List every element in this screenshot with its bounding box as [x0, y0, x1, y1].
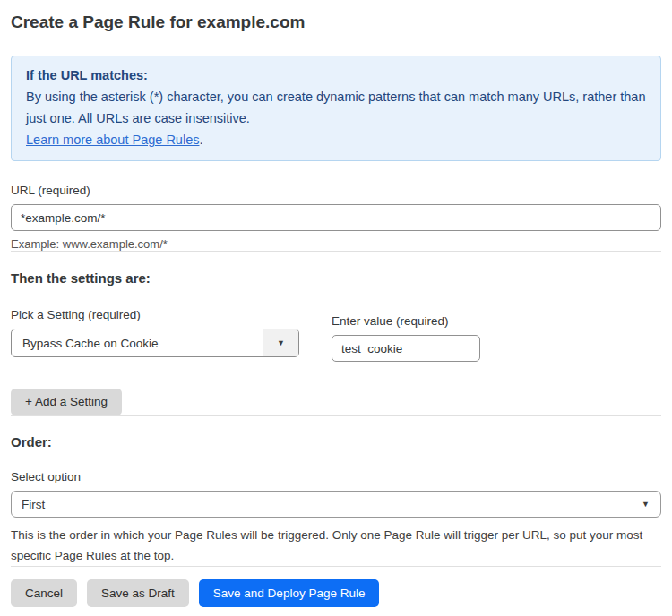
order-selected-value: First: [22, 498, 45, 511]
pick-setting-column: Pick a Setting (required) Bypass Cache o…: [11, 308, 299, 357]
page-title: Create a Page Rule for example.com: [11, 13, 661, 32]
url-section: URL (required) Example: www.example.com/…: [11, 184, 661, 251]
url-example-hint: Example: www.example.com/*: [11, 237, 661, 251]
order-help-text: This is the order in which your Page Rul…: [11, 525, 661, 566]
add-setting-button[interactable]: + Add a Setting: [11, 389, 122, 415]
divider: [11, 566, 661, 567]
enter-value-label: Enter value (required): [332, 314, 480, 328]
setting-value-input[interactable]: [332, 335, 480, 362]
info-box-body: By using the asterisk (*) character, you…: [26, 86, 646, 129]
divider: [11, 251, 661, 252]
divider: [11, 415, 661, 416]
dropdown-arrow-button[interactable]: ▼: [263, 329, 298, 356]
save-and-deploy-button[interactable]: Save and Deploy Page Rule: [199, 579, 380, 607]
pick-setting-select[interactable]: Bypass Cache on Cookie ▼: [11, 329, 299, 357]
url-label: URL (required): [11, 184, 661, 197]
footer-actions: Cancel Save as Draft Save and Deploy Pag…: [11, 579, 661, 607]
settings-heading: Then the settings are:: [11, 270, 661, 286]
save-as-draft-button[interactable]: Save as Draft: [87, 579, 189, 607]
info-box-link-line: Learn more about Page Rules.: [26, 129, 646, 150]
link-period: .: [199, 133, 202, 147]
url-input[interactable]: [11, 204, 661, 231]
order-select[interactable]: First ▼: [11, 491, 661, 518]
order-select-label: Select option: [11, 470, 661, 483]
learn-more-link[interactable]: Learn more about Page Rules: [26, 133, 199, 147]
pick-setting-label: Pick a Setting (required): [11, 308, 299, 321]
enter-value-column: Enter value (required): [332, 314, 480, 362]
chevron-down-icon: ▼: [277, 338, 285, 347]
info-box-heading: If the URL matches:: [26, 64, 646, 86]
order-heading: Order:: [11, 434, 661, 449]
cancel-button[interactable]: Cancel: [11, 579, 77, 607]
pick-setting-selected-value: Bypass Cache on Cookie: [12, 329, 263, 356]
url-matches-info-box: If the URL matches: By using the asteris…: [11, 56, 661, 161]
settings-row: Pick a Setting (required) Bypass Cache o…: [11, 308, 661, 362]
chevron-down-icon: ▼: [642, 500, 650, 509]
